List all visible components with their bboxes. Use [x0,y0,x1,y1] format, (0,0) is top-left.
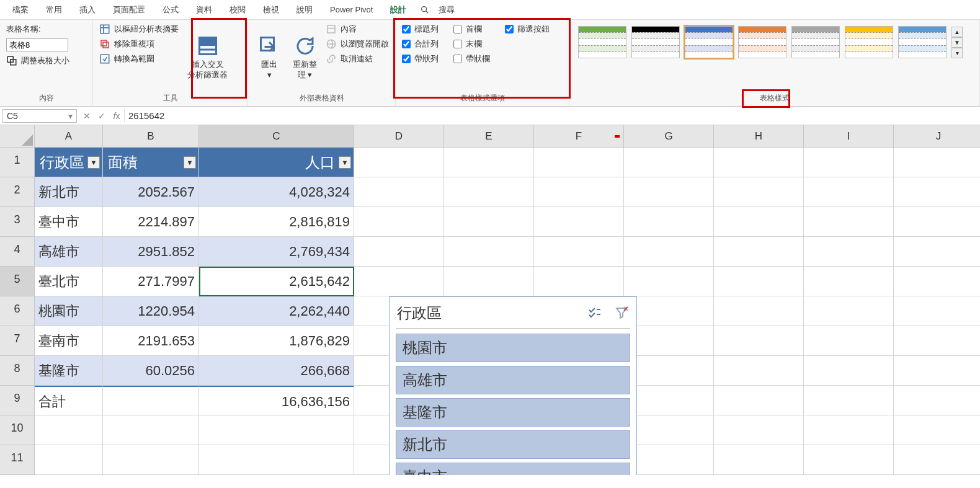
cell-B5[interactable]: 271.7997 [103,267,199,296]
row-7[interactable]: 7 [0,326,35,356]
resize-table-button[interactable]: 調整表格大小 [6,55,86,66]
row-10[interactable]: 10 [0,415,35,445]
cell-B4[interactable]: 2951.852 [103,237,199,267]
multi-select-icon[interactable] [586,306,603,321]
menu-design[interactable]: 設計 [381,2,415,18]
cell-C8[interactable]: 266,668 [199,356,354,386]
slicer-item[interactable]: 新北市 [396,430,630,459]
cell-A4[interactable]: 高雄市 [35,237,103,267]
slicer-item[interactable]: 臺中市 [396,463,630,475]
col-B[interactable]: B [103,125,199,148]
select-all-corner[interactable] [0,125,35,148]
refresh-button[interactable]: 重新整理 ▾ [289,24,321,92]
menu-insert[interactable]: 插入 [71,2,104,18]
search-label[interactable]: 搜尋 [430,2,463,18]
slicer-item[interactable]: 桃園市 [396,334,630,362]
col-A[interactable]: A [35,125,103,148]
menu-formula[interactable]: 公式 [154,2,187,18]
row-9[interactable]: 9 [0,386,35,415]
clear-filter-icon[interactable] [614,306,629,321]
cell-J1[interactable] [894,148,980,177]
cell-B9[interactable] [103,386,199,415]
cell-B2[interactable]: 2052.567 [103,177,199,207]
row-2[interactable]: 2 [0,177,35,207]
cell-C7[interactable]: 1,876,829 [199,326,354,356]
cell-C6[interactable]: 2,262,440 [199,296,354,326]
gallery-up-button[interactable]: ▲ [951,27,963,37]
style-thumb-6[interactable] [845,26,893,58]
menu-file[interactable]: 檔案 [4,2,37,18]
cell-D1[interactable] [354,148,444,177]
cell-C1[interactable]: 人口▼ [199,148,354,177]
cell-B7[interactable]: 2191.653 [103,326,199,356]
style-thumb-3[interactable] [685,26,733,58]
formula-input[interactable]: 2615642 [124,109,980,122]
insert-slicer-button[interactable]: 插入交叉分析篩選器 [184,24,231,92]
slicer-panel[interactable]: 行政區 桃園市 高雄市 基隆市 新北市 臺中市 臺北市 臺南市 [389,296,637,475]
col-E[interactable]: E [444,125,534,148]
row-3[interactable]: 3 [0,207,35,237]
convert-range-button[interactable]: 轉換為範圍 [99,53,179,64]
chk-first-col[interactable]: 首欄 [453,24,490,35]
cell-A1[interactable]: 行政區▼ [35,148,103,177]
chk-header-row[interactable]: 標題列 [402,24,439,35]
col-F[interactable]: F [534,125,624,148]
cell-A3[interactable]: 臺中市 [35,207,103,237]
cell-C2[interactable]: 4,028,324 [199,177,354,207]
cell-C3[interactable]: 2,816,819 [199,207,354,237]
style-thumb-7[interactable] [898,26,947,58]
cell-B1[interactable]: 面積▼ [103,148,199,177]
cell-B3[interactable]: 2214.897 [103,207,199,237]
style-thumb-2[interactable] [631,26,680,58]
gallery-more-button[interactable]: ▾ [951,48,963,58]
cell-C9[interactable]: 16,636,156 [199,386,354,415]
chk-filter-button[interactable]: 篩選按鈕 [505,24,550,35]
export-button[interactable]: 匯出▾ [254,24,284,92]
cell-I1[interactable] [804,148,894,177]
filter-dropdown-icon[interactable]: ▼ [339,156,351,169]
chk-last-col[interactable]: 末欄 [453,38,490,50]
col-G[interactable]: G [624,125,714,148]
cell-A7[interactable]: 臺南市 [35,326,103,356]
cell-C4[interactable]: 2,769,434 [199,237,354,267]
chk-banded-rows[interactable]: 帶狀列 [402,53,439,64]
row-6[interactable]: 6 [0,296,35,326]
menu-view[interactable]: 檢視 [254,2,288,18]
row-8[interactable]: 8 [0,356,35,386]
style-thumb-1[interactable] [578,26,626,58]
menu-data[interactable]: 資料 [187,2,221,18]
cancel-formula-button[interactable]: ✕ [79,111,94,121]
filter-dropdown-icon[interactable]: ▼ [87,156,100,169]
filter-dropdown-icon[interactable]: ▼ [184,156,196,169]
menu-review[interactable]: 校閱 [221,2,254,18]
slicer-item[interactable]: 基隆市 [396,398,630,427]
cell-F1[interactable] [534,148,624,177]
cell-C5[interactable]: 2,615,642 [199,267,354,296]
cell-A5[interactable]: 臺北市 [35,267,103,296]
cell-H1[interactable] [714,148,804,177]
gallery-down-button[interactable]: ▼ [951,37,963,48]
col-H[interactable]: H [714,125,804,148]
row-11[interactable]: 11 [0,445,35,475]
col-J[interactable]: J [894,125,980,148]
row-5[interactable]: 5 [0,267,35,296]
cell-A9[interactable]: 合計 [35,386,103,415]
menu-help[interactable]: 說明 [288,2,321,18]
table-name-input[interactable] [6,38,68,51]
row-4[interactable]: 4 [0,237,35,267]
menu-home[interactable]: 常用 [37,2,71,18]
name-box[interactable]: C5▾ [2,109,77,123]
slicer-item[interactable]: 高雄市 [396,366,630,394]
col-D[interactable]: D [354,125,444,148]
col-C[interactable]: C [199,125,354,148]
summarize-pivot-button[interactable]: 以樞紐分析表摘要 [99,24,179,35]
col-I[interactable]: I [804,125,894,148]
menu-powerpivot[interactable]: Power Pivot [321,2,381,17]
style-thumb-5[interactable] [791,26,840,58]
cell-A8[interactable]: 基隆市 [35,356,103,386]
remove-duplicates-button[interactable]: 移除重複項 [99,38,179,50]
row-1[interactable]: 1 [0,148,35,177]
menu-layout[interactable]: 頁面配置 [104,2,154,18]
cell-E1[interactable] [444,148,534,177]
cell-G1[interactable] [624,148,714,177]
